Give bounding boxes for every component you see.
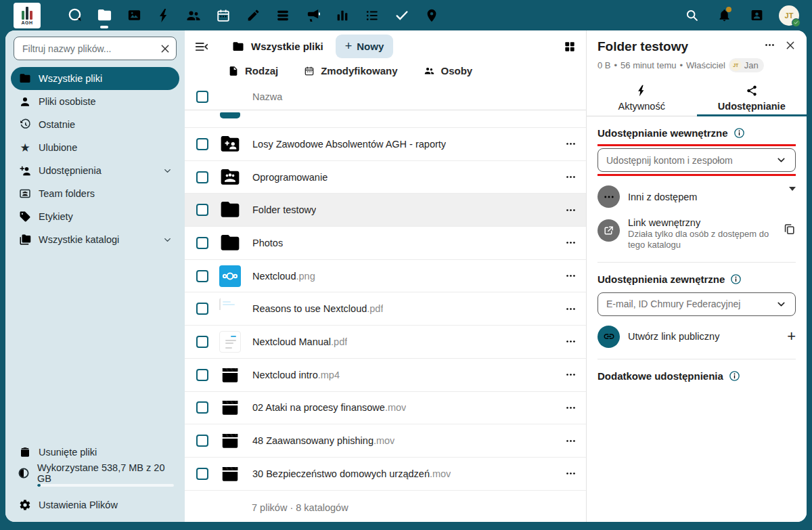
contacts-icon[interactable] xyxy=(179,0,208,30)
filter-chip-type[interactable]: Rodzaj xyxy=(228,65,278,76)
chevron-down-icon[interactable] xyxy=(162,235,173,245)
tab-sharing[interactable]: Udostępnianie xyxy=(697,81,807,116)
new-button[interactable]: + Nowy xyxy=(336,35,394,58)
activity-icon[interactable] xyxy=(149,0,179,30)
chevron-down-icon[interactable] xyxy=(162,166,173,176)
row-actions-icon[interactable] xyxy=(565,204,577,216)
table-row[interactable]: Oprogramowanie xyxy=(185,161,586,194)
row-checkbox[interactable] xyxy=(196,369,208,381)
sidebar-item-tags[interactable]: Etykiety xyxy=(11,205,179,228)
photos-icon[interactable] xyxy=(119,0,149,30)
expand-caret-icon[interactable] xyxy=(789,191,796,203)
table-row[interactable]: Nextcloud Manual.pdf xyxy=(185,326,586,359)
sidebar-item-recent[interactable]: Ostatnie xyxy=(11,113,179,136)
contacts-menu-icon[interactable] xyxy=(743,0,770,30)
internal-share-select[interactable]: Udostępnij kontom i zespołom xyxy=(597,148,796,172)
agh-logo[interactable]: AGH xyxy=(14,3,41,28)
tab-label: Aktywność xyxy=(618,101,665,112)
row-actions-icon[interactable] xyxy=(565,270,577,282)
info-icon[interactable] xyxy=(730,273,742,285)
row-actions-icon[interactable] xyxy=(565,369,577,380)
user-avatar[interactable]: JT xyxy=(775,0,803,30)
info-icon[interactable] xyxy=(729,370,740,382)
table-row-selected[interactable]: Folder testowy xyxy=(185,194,586,227)
row-checkbox[interactable] xyxy=(196,237,208,249)
table-row[interactable]: Photos xyxy=(185,227,586,260)
files-icon[interactable] xyxy=(89,0,119,30)
row-actions-icon[interactable] xyxy=(565,303,577,315)
share-user-icon xyxy=(19,164,31,177)
tab-activity[interactable]: Aktywność xyxy=(587,81,697,116)
sidebar-item-all-catalogs[interactable]: Wszystkie katalogi xyxy=(11,228,179,251)
search-icon[interactable] xyxy=(678,0,705,30)
row-actions-icon[interactable] xyxy=(565,435,577,447)
quota-section[interactable]: Wykorzystane 538,7 MB z 20 GB xyxy=(9,464,181,491)
external-share-select[interactable]: E-mail, ID Chmury Federacyjnej xyxy=(597,292,796,316)
row-actions-icon[interactable] xyxy=(565,402,577,414)
file-size: 0 B xyxy=(597,60,611,70)
table-row[interactable]: 48 Zaawansowany phishing.mov xyxy=(185,424,586,458)
deck-icon[interactable] xyxy=(268,0,298,30)
row-checkbox[interactable] xyxy=(196,468,208,480)
main-header: Wszystkie pliki + Nowy xyxy=(185,30,586,58)
row-checkbox[interactable] xyxy=(196,138,208,150)
folder-icon xyxy=(219,231,242,255)
add-public-link-icon[interactable]: + xyxy=(787,329,796,344)
row-actions-icon[interactable] xyxy=(565,237,577,248)
checks-icon[interactable] xyxy=(387,0,417,30)
row-checkbox[interactable] xyxy=(196,204,208,216)
select-all-checkbox[interactable] xyxy=(196,91,208,103)
breadcrumb[interactable]: Wszystkie pliki xyxy=(232,41,323,53)
collapse-sidebar-icon[interactable] xyxy=(194,39,212,54)
sidebar-item-personal-files[interactable]: Pliki osobiste xyxy=(11,90,179,113)
internal-link-row[interactable]: Link wewnętrzny Działa tylko dla osób z … xyxy=(597,217,796,251)
row-checkbox[interactable] xyxy=(196,303,208,315)
row-checkbox[interactable] xyxy=(196,336,208,348)
maps-icon[interactable] xyxy=(417,0,447,30)
owner-badge[interactable]: JT Jan xyxy=(729,58,764,72)
row-checkbox[interactable] xyxy=(196,435,208,447)
notes-icon[interactable] xyxy=(238,0,268,30)
analytics-icon[interactable] xyxy=(328,0,357,30)
table-row[interactable]: 02 Ataki na procesy finansowe.mov xyxy=(185,392,586,425)
quota-pie-icon xyxy=(18,467,30,479)
announcements-icon[interactable] xyxy=(298,0,328,30)
column-name-label[interactable]: Nazwa xyxy=(252,91,282,102)
panel-close-icon[interactable] xyxy=(785,40,796,51)
table-row[interactable]: Reasons to use Nextcloud.pdf xyxy=(185,292,586,326)
sidebar-item-team-folders[interactable]: Team folders xyxy=(11,182,179,205)
table-row[interactable]: Losy Zawodowe Absolwentów AGH - raporty xyxy=(185,128,586,161)
filter-chip-people[interactable]: Osoby xyxy=(424,65,473,76)
tasks-icon[interactable] xyxy=(357,0,387,30)
row-actions-icon[interactable] xyxy=(565,138,577,150)
grid-view-icon[interactable] xyxy=(563,40,577,53)
panel-more-actions-icon[interactable] xyxy=(764,39,775,51)
copy-link-icon[interactable] xyxy=(783,223,796,236)
talk-icon[interactable] xyxy=(60,0,89,30)
folders-icon xyxy=(19,234,31,246)
info-icon[interactable] xyxy=(734,127,745,139)
row-actions-icon[interactable] xyxy=(565,336,577,347)
sidebar-item-favorites[interactable]: ★ Ulubione xyxy=(11,136,179,159)
calendar-icon[interactable] xyxy=(208,0,238,30)
filter-chip-modified[interactable]: Zmodyfikowany xyxy=(304,65,397,76)
table-row[interactable]: 30 Bezpieczeństwo domowych urządzeń.mov xyxy=(185,458,586,491)
row-actions-icon[interactable] xyxy=(565,468,577,479)
notifications-bell-icon[interactable] xyxy=(710,0,738,30)
create-public-link-row[interactable]: Utwórz link publiczny + xyxy=(597,326,796,348)
shared-folder-icon xyxy=(219,133,242,156)
sidebar-item-files-settings[interactable]: Ustawienia Plików xyxy=(11,493,179,516)
table-row[interactable]: Nextcloud intro.mp4 xyxy=(185,359,586,392)
history-icon xyxy=(19,118,31,131)
clear-filter-icon[interactable] xyxy=(160,43,171,54)
sidebar-item-all-files[interactable]: Wszystkie pliki xyxy=(11,67,179,90)
sidebar-item-shares[interactable]: Udostępnienia xyxy=(11,159,179,182)
row-actions-icon[interactable] xyxy=(565,171,577,183)
others-with-access-row[interactable]: Inni z dostępem xyxy=(597,185,796,208)
filter-files-input[interactable] xyxy=(22,43,160,54)
table-row[interactable]: Nextcloud.png xyxy=(185,260,586,293)
row-checkbox[interactable] xyxy=(196,270,208,282)
row-checkbox[interactable] xyxy=(196,171,208,183)
sidebar-item-deleted-files[interactable]: Usunięte pliki xyxy=(11,441,179,464)
row-checkbox[interactable] xyxy=(196,401,208,414)
